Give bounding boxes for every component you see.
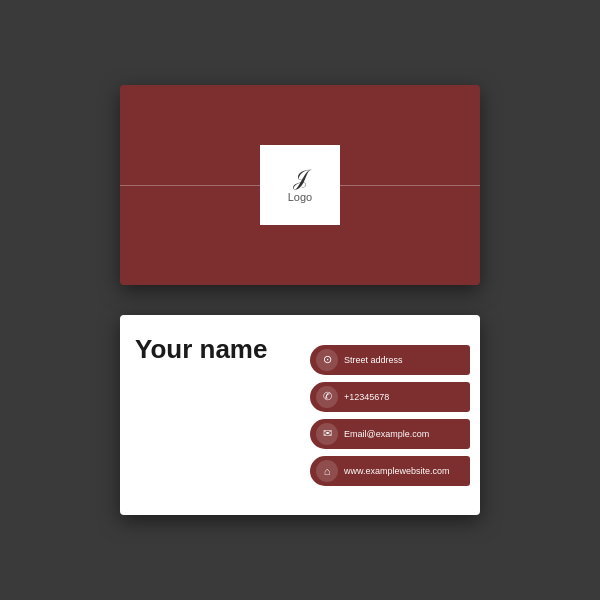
website-icon: ⌂ xyxy=(316,460,338,482)
business-card-front: 𝒥 Logo xyxy=(120,85,480,285)
contact-text-2: Email@example.com xyxy=(344,429,429,439)
business-card-back: Your name ⊙Street address✆+12345678✉Emai… xyxy=(120,315,480,515)
phone-icon: ✆ xyxy=(316,386,338,408)
contact-text-0: Street address xyxy=(344,355,403,365)
logo-label: Logo xyxy=(288,191,312,203)
location-icon-symbol: ⊙ xyxy=(323,353,332,366)
contact-text-3: www.examplewebsite.com xyxy=(344,466,450,476)
contact-row: ⌂www.examplewebsite.com xyxy=(310,456,470,486)
contact-row: ✉Email@example.com xyxy=(310,419,470,449)
contact-text-1: +12345678 xyxy=(344,392,389,402)
person-name: Your name xyxy=(135,335,267,364)
website-icon-symbol: ⌂ xyxy=(324,465,331,477)
contact-row: ✆+12345678 xyxy=(310,382,470,412)
email-icon: ✉ xyxy=(316,423,338,445)
email-icon-symbol: ✉ xyxy=(323,427,332,440)
contact-info-list: ⊙Street address✆+12345678✉Email@example.… xyxy=(310,315,480,515)
phone-icon-symbol: ✆ xyxy=(323,390,332,403)
logo-icon: 𝒥 xyxy=(294,167,306,189)
card-back-left: Your name xyxy=(120,315,310,515)
card-back-face: Your name ⊙Street address✆+12345678✉Emai… xyxy=(120,315,480,515)
contact-row: ⊙Street address xyxy=(310,345,470,375)
location-icon: ⊙ xyxy=(316,349,338,371)
logo-box: 𝒥 Logo xyxy=(260,145,340,225)
card-front-face: 𝒥 Logo xyxy=(120,85,480,285)
